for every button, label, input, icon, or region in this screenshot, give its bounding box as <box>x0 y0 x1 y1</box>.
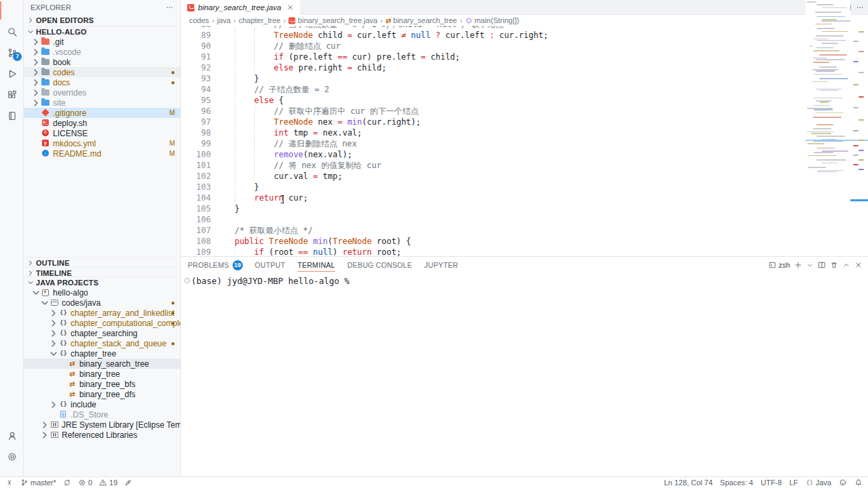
split-terminal-button[interactable] <box>818 261 826 269</box>
java-item-codes-java[interactable]: codes/java● <box>24 298 180 308</box>
status-bell[interactable] <box>854 479 863 487</box>
java-item-chapter-array-and-linkedlist[interactable]: {}chapter_array_and_linkedlist● <box>24 308 180 318</box>
panel-tab-debug-console[interactable]: DEBUG CONSOLE <box>347 257 412 273</box>
terminal[interactable]: (base) jyd@JYD-MBP hello-algo % <box>181 274 868 476</box>
java-item-referenced-libraries[interactable]: Referenced Libraries <box>24 430 180 440</box>
section-outline[interactable]: OUTLINE <box>24 257 180 268</box>
code-line-94: 94// 子结点数量 = 2 <box>181 84 806 95</box>
status-19[interactable]: 19 <box>99 479 117 487</box>
status-remote[interactable] <box>5 479 14 487</box>
explorer-item-readme-md[interactable]: ↓README.mdM <box>24 148 180 159</box>
section-open-editors[interactable]: OPEN EDITORS <box>24 15 180 26</box>
explorer-item-book[interactable]: book <box>24 57 180 67</box>
java-item-binary-tree[interactable]: ⇄binary_tree <box>24 369 180 379</box>
activity-bar-explorer[interactable] <box>0 0 24 21</box>
activity-bar-settings[interactable] <box>0 446 24 467</box>
activity-bar-account[interactable] <box>0 425 24 446</box>
status-lf[interactable]: LF <box>789 479 798 487</box>
terminal-dropdown-button[interactable] <box>806 262 814 269</box>
indent-guide <box>254 127 255 138</box>
java-file-icon <box>187 4 195 12</box>
code-line-101: 101// 将 nex 的值复制给 cur <box>181 160 806 171</box>
explorer-item-gitignore[interactable]: .gitignoreM <box>24 108 180 118</box>
maximize-panel-button[interactable] <box>842 261 850 269</box>
line-number: 101 <box>181 160 211 171</box>
java-item-binary-tree-dfs[interactable]: ⇄binary_tree_dfs <box>24 389 180 399</box>
terminal-shell-selector[interactable]: zsh <box>768 261 790 269</box>
java-item-chapter-searching[interactable]: {}chapter_searching <box>24 328 180 338</box>
close-icon[interactable] <box>286 3 294 12</box>
java-item-binary-search-tree[interactable]: ⇄binary_search_tree <box>24 359 180 369</box>
java-item-hello-algo[interactable]: hello-algo <box>24 287 180 298</box>
breadcrumb-item-java[interactable]: java <box>217 16 231 24</box>
command-decoration-icon[interactable] <box>184 278 190 283</box>
breadcrumb: codes›java›chapter_tree›binary_search_tr… <box>181 15 868 26</box>
activity-bar-run-debug[interactable] <box>0 63 24 84</box>
panel-tab-problems[interactable]: PROBLEMS19 <box>188 257 243 273</box>
breadcrumb-item-chapter-tree[interactable]: chapter_tree <box>239 16 281 24</box>
status-0[interactable]: 0 <box>78 479 92 487</box>
item-label: chapter_tree <box>71 349 116 359</box>
activity-bar-search[interactable] <box>0 21 24 42</box>
status-label: LF <box>789 479 798 487</box>
explorer-item-git[interactable]: .git <box>24 37 180 47</box>
status-spaces-4[interactable]: Spaces: 4 <box>720 479 753 487</box>
java-item-chapter-tree[interactable]: {}chapter_tree <box>24 348 180 359</box>
panel-tab-output[interactable]: OUTPUT <box>255 257 285 273</box>
breadcrumb-item-binary-search-tree-java[interactable]: binary_search_tree.java <box>288 16 377 24</box>
folder-icon <box>41 98 50 107</box>
section-java-projects[interactable]: JAVA PROJECTS <box>24 277 180 287</box>
chevron-up-icon <box>842 261 850 269</box>
java-item-chapter-stack-and-queue[interactable]: {}chapter_stack_and_queue● <box>24 338 180 348</box>
status-sync[interactable] <box>63 479 71 487</box>
java-item-chapter-computational-complexity[interactable]: {}chapter_computational_complexity● <box>24 318 180 328</box>
indent-guide <box>254 106 255 117</box>
panel-tab-jupyter[interactable]: JUPYTER <box>425 257 458 273</box>
status-java[interactable]: Java <box>806 479 831 487</box>
breadcrumb-item-codes[interactable]: codes <box>189 16 209 24</box>
breadcrumb-separator: › <box>283 16 286 24</box>
overview-tick <box>859 119 864 121</box>
chevron-right-icon <box>31 57 41 68</box>
activity-bar-extensions[interactable] <box>0 84 24 105</box>
activity-badge: 7 <box>13 52 22 61</box>
indent-guide <box>235 73 235 84</box>
explorer-item-docs[interactable]: docs● <box>24 77 180 87</box>
overview-tick <box>859 96 864 98</box>
explorer-item-mkdocs-yml[interactable]: ymkdocs.ymlM <box>24 138 180 148</box>
status-ln-128-col-74[interactable]: Ln 128, Col 74 <box>664 479 713 487</box>
java-item-binary-tree-bfs[interactable]: ⇄binary_tree_bfs <box>24 379 180 389</box>
java-item-ds-store[interactable]: .DS_Store <box>24 409 180 420</box>
activity-bar-source-control[interactable]: 7 <box>0 42 24 63</box>
java-item-include[interactable]: {}include <box>24 399 180 409</box>
breadcrumb-item-binary-search-tree[interactable]: ⇄binary_search_tree <box>385 16 457 25</box>
breadcrumb-item-main-string[interactable]: main(String[]) <box>465 16 519 24</box>
explorer-item-codes[interactable]: codes● <box>24 67 180 77</box>
indent-guide <box>235 182 235 192</box>
explorer-item-site[interactable]: site <box>24 98 180 108</box>
panel-tab-terminal[interactable]: TERMINAL <box>298 257 336 273</box>
kill-terminal-button[interactable] <box>830 261 838 269</box>
explorer-item-vscode[interactable]: .vscode <box>24 47 180 57</box>
explorer-more-actions-icon[interactable] <box>165 3 174 12</box>
explorer-item-overrides[interactable]: overrides <box>24 87 180 98</box>
close-panel-button[interactable] <box>854 261 863 269</box>
status-feedback[interactable] <box>839 479 847 487</box>
explorer-item-license[interactable]: ©LICENSE <box>24 128 180 138</box>
status-rocket[interactable] <box>124 479 132 487</box>
status-master[interactable]: master* <box>20 479 56 487</box>
new-terminal-button[interactable] <box>794 261 802 269</box>
section-root-folder[interactable]: HELLO-ALGO <box>24 26 180 37</box>
line-number: 104 <box>181 192 211 203</box>
activity-bar-notebook[interactable] <box>0 105 24 126</box>
sidebar-title-bar: EXPLORER <box>24 0 180 15</box>
status-utf-8[interactable]: UTF-8 <box>761 479 782 487</box>
modified-dot-badge: ● <box>171 319 175 327</box>
indent-guide <box>235 247 235 256</box>
tab-binary-search-tree[interactable]: binary_search_tree.java <box>181 0 301 15</box>
java-item-jre-system-library-eclipse-temurin-17-17[interactable]: JRE System Library [Eclipse Temurin 17 [… <box>24 420 180 430</box>
minimap[interactable] <box>806 0 850 256</box>
code-editor[interactable]: 88// 当子结点数量 = 0 / 1 时，child = null / 该子结… <box>181 26 806 256</box>
item-label: JRE System Library [Eclipse Temurin 17 [… <box>62 420 181 430</box>
explorer-item-deploy-sh[interactable]: >_deploy.sh <box>24 118 180 128</box>
